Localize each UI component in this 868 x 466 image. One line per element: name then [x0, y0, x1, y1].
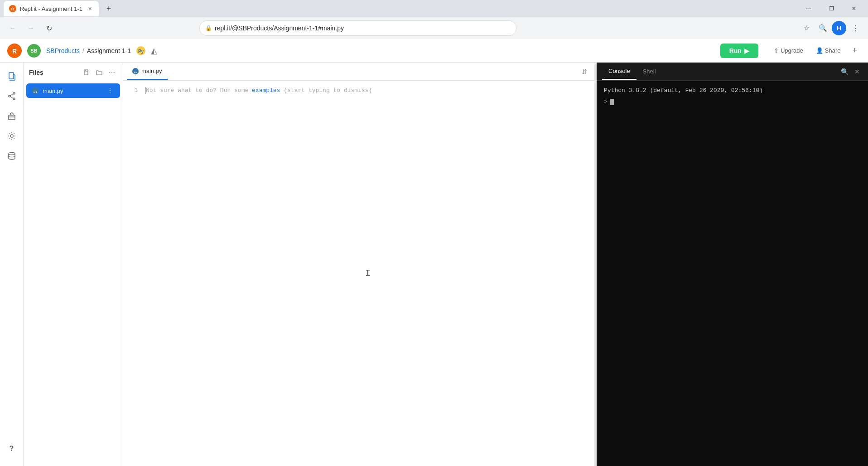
file-item-main-py[interactable]: py main.py ⋮ [26, 83, 120, 98]
extensions-button[interactable]: ⋮ [848, 21, 863, 35]
upgrade-icon: ⇧ [774, 47, 779, 54]
breadcrumb: SBProducts / Assignment 1-1 [46, 47, 131, 54]
svg-point-11 [10, 135, 13, 137]
svg-point-12 [9, 153, 15, 155]
sidebar-packages-icon[interactable] [4, 108, 20, 124]
file-context-menu-button[interactable]: ⋮ [106, 86, 115, 95]
maximize-button[interactable]: ❐ [821, 1, 842, 16]
editor-tab-main-py[interactable]: py main.py [127, 63, 168, 80]
tab-python-icon: py [132, 68, 139, 74]
profile-button[interactable]: H [832, 21, 846, 35]
share-button[interactable]: 👤 Share [811, 44, 845, 57]
breadcrumb-user[interactable]: SBProducts [46, 47, 80, 54]
editor-tab-label: main.py [141, 68, 162, 74]
more-files-button[interactable]: ⋯ [106, 67, 117, 78]
python-version-text: Python 3.8.2 (default, Feb 26 2020, 02:5… [604, 86, 861, 96]
svg-text:Py: Py [138, 49, 144, 54]
upgrade-button[interactable]: ⇧ Upgrade [769, 44, 808, 57]
svg-point-8 [9, 95, 10, 97]
sidebar-settings-icon[interactable] [4, 128, 20, 144]
browser-tab[interactable]: R Repl.it - Assignment 1-1 ✕ [4, 1, 99, 16]
line-numbers: 1 [123, 81, 141, 466]
bookmark-button[interactable]: ☆ [799, 21, 814, 35]
svg-rect-13 [84, 70, 88, 75]
tab-close-button[interactable]: ✕ [86, 5, 93, 12]
app-header: R SB SBProducts / Assignment 1-1 Py ◭ Ru… [0, 39, 868, 63]
code-line-1: Not sure what to do? Run some examples (… [145, 86, 591, 96]
console-prompt: > [604, 97, 861, 107]
forward-button[interactable]: → [24, 21, 38, 35]
console-area: Console Shell 🔍 ✕ Python 3.8.2 (default,… [596, 63, 868, 466]
python-icon: Py [136, 46, 145, 55]
sidebar-help-icon[interactable]: ? [4, 441, 20, 457]
code-editor[interactable]: 1 Not sure what to do? Run some examples… [123, 81, 594, 466]
back-button[interactable]: ← [5, 21, 20, 35]
svg-text:R: R [12, 48, 17, 55]
console-tab-shell[interactable]: Shell [637, 63, 662, 80]
python-file-icon: py [32, 87, 39, 94]
editor-text-cursor: I [365, 269, 371, 278]
prompt-cursor [610, 99, 614, 105]
editor-expand-button[interactable]: ⇵ [578, 65, 591, 78]
share-icon: 👤 [816, 47, 823, 54]
replit-favicon: R [9, 5, 16, 12]
console-close-button[interactable]: ✕ [852, 66, 863, 77]
icon-sidebar: ? [0, 63, 24, 466]
tab-title: Repl.it - Assignment 1-1 [20, 5, 82, 12]
text-cursor [145, 87, 145, 94]
new-file-button[interactable] [81, 67, 92, 78]
editor-placeholder: Not sure what to do? Run some examples (… [146, 86, 372, 96]
svg-point-7 [13, 92, 15, 94]
url-text: repl.it/@SBProducts/Assignment-1-1#main.… [215, 24, 511, 32]
breadcrumb-separator: / [82, 47, 84, 54]
console-search-button[interactable]: 🔍 [839, 66, 850, 77]
search-button[interactable]: 🔍 [815, 21, 830, 35]
sidebar-files-icon[interactable] [4, 68, 20, 84]
editor-tabs: py main.py ⇵ [123, 63, 594, 81]
breadcrumb-repl: Assignment 1-1 [87, 47, 131, 54]
svg-rect-10 [9, 115, 15, 120]
plus-button[interactable]: + [849, 44, 861, 57]
new-folder-button[interactable] [94, 67, 105, 78]
prompt-symbol: > [604, 97, 608, 107]
replit-logo: R [7, 44, 22, 58]
sidebar-share-icon[interactable] [4, 88, 20, 104]
new-tab-button[interactable]: + [102, 2, 115, 15]
svg-text:R: R [11, 7, 14, 11]
close-button[interactable]: ✕ [844, 1, 864, 16]
svg-text:py: py [134, 71, 137, 73]
console-tabs: Console Shell 🔍 ✕ [597, 63, 868, 81]
files-title: Files [29, 69, 77, 76]
file-name-main-py: main.py [43, 87, 102, 94]
file-panel: Files ⋯ [24, 63, 123, 466]
address-bar[interactable]: 🔒 repl.it/@SBProducts/Assignment-1-1#mai… [199, 20, 516, 36]
examples-link[interactable]: examples [252, 87, 280, 94]
console-content: Python 3.8.2 (default, Feb 26 2020, 02:5… [597, 81, 868, 466]
editor-area: py main.py ⇵ 1 Not sure what to [123, 63, 594, 466]
code-content[interactable]: Not sure what to do? Run some examples (… [141, 81, 594, 466]
reload-button[interactable]: ↻ [42, 21, 56, 35]
svg-point-9 [13, 98, 15, 100]
history-icon[interactable]: ◭ [151, 46, 157, 56]
lock-icon: 🔒 [205, 25, 212, 31]
minimize-button[interactable]: — [798, 1, 819, 16]
run-button[interactable]: Run ▶ [720, 44, 758, 58]
user-avatar[interactable]: SB [27, 44, 41, 58]
svg-text:py: py [34, 90, 37, 93]
svg-rect-6 [9, 73, 14, 79]
console-tab-console[interactable]: Console [602, 63, 637, 80]
sidebar-database-icon[interactable] [4, 148, 20, 164]
